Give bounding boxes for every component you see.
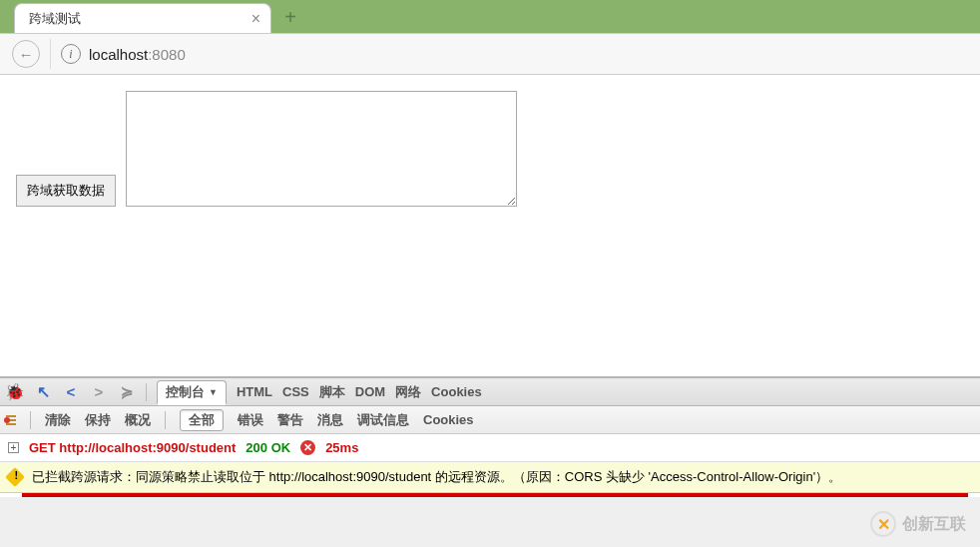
divider [50,39,51,69]
console-warning-row: 已拦截跨源请求：同源策略禁止读取位于 http://localhost:9090… [0,462,980,493]
clear-button[interactable]: 清除 [45,411,71,429]
filter-debug[interactable]: 调试信息 [357,411,409,429]
watermark: ✕ 创新互联 [870,511,966,537]
browser-tabbar: 跨域测试 × + [0,0,980,33]
overview-button[interactable]: 概况 [125,411,151,429]
result-textarea[interactable] [126,91,517,207]
expand-icon[interactable]: + [8,442,19,453]
devtools-tabstrip: 🐞 ↖ < > ≽ 控制台▼ HTML CSS 脚本 DOM 网络 Cookie… [0,378,980,406]
status-text: 200 OK [245,440,290,455]
error-icon: ✕ [300,440,315,455]
persist-button[interactable]: 保持 [85,411,111,429]
info-icon[interactable]: i [61,44,81,64]
url-port: :8080 [148,46,186,63]
request-line: GET http://localhost:9090/student [29,440,236,455]
chevron-down-icon: ▼ [209,387,218,397]
devtools-panel: 🐞 ↖ < > ≽ 控制台▼ HTML CSS 脚本 DOM 网络 Cookie… [0,376,980,547]
filter-icon[interactable] [6,415,16,425]
browser-tab[interactable]: 跨域测试 × [14,3,271,33]
page-content: 跨域获取数据 [0,75,980,223]
tab-script[interactable]: 脚本 [319,383,345,401]
tab-dom[interactable]: DOM [355,384,385,399]
request-time: 25ms [325,440,358,455]
warning-text: 已拦截跨源请求：同源策略禁止读取位于 http://localhost:9090… [32,468,841,486]
back-button[interactable]: ← [12,40,40,68]
filter-warnings[interactable]: 警告 [277,411,303,429]
address-bar: ← i localhost:8080 [0,33,980,75]
network-row[interactable]: + GET http://localhost:9090/student 200 … [0,434,980,462]
close-icon[interactable]: × [251,10,260,28]
divider [30,411,31,429]
breadcrumb-icon[interactable]: ≽ [118,383,136,401]
filter-all[interactable]: 全部 [180,409,224,431]
new-tab-button[interactable]: + [275,6,305,29]
watermark-icon: ✕ [870,511,896,537]
filter-messages[interactable]: 消息 [317,411,343,429]
warning-icon [5,467,25,487]
filter-errors[interactable]: 错误 [238,411,263,429]
tab-title: 跨域测试 [29,10,81,28]
url-host: localhost [89,46,148,63]
filter-cookies[interactable]: Cookies [423,412,474,427]
cross-origin-fetch-button[interactable]: 跨域获取数据 [16,175,116,207]
divider [146,383,147,401]
url-display[interactable]: localhost:8080 [89,46,186,63]
divider [165,411,166,429]
firebug-icon[interactable]: 🐞 [6,383,24,401]
devtools-footer [0,497,980,547]
tab-html[interactable]: HTML [237,384,272,399]
tab-network[interactable]: 网络 [395,383,421,401]
inspector-icon[interactable]: ↖ [34,383,52,401]
watermark-text: 创新互联 [902,514,966,535]
forward-icon[interactable]: > [90,383,108,401]
tab-cookies[interactable]: Cookies [431,384,482,399]
console-toolbar: 清除 保持 概况 全部 错误 警告 消息 调试信息 Cookies [0,406,980,434]
tab-console[interactable]: 控制台▼ [157,380,227,405]
tab-css[interactable]: CSS [282,384,309,399]
back-icon[interactable]: < [62,383,80,401]
